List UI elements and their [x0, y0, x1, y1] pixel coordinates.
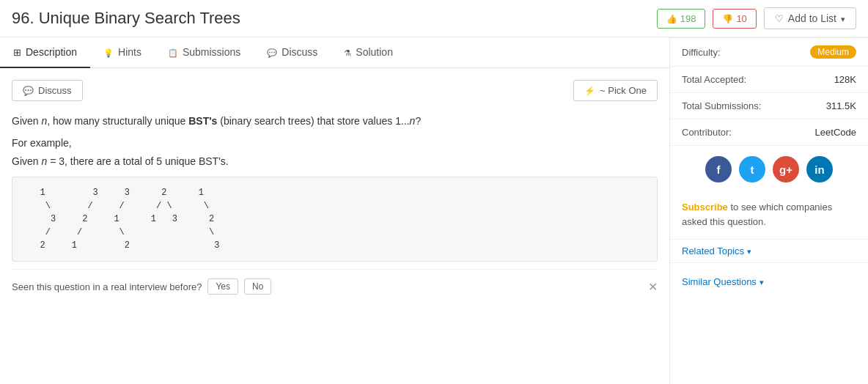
- content-area: Discuss ~ Pick One Given n, how many str…: [0, 68, 669, 384]
- chat-icon: [23, 85, 34, 96]
- upvote-count: 198: [680, 13, 696, 24]
- subscribe-link[interactable]: Subscribe: [682, 202, 728, 213]
- contributor-label: Contributor:: [682, 127, 732, 138]
- tab-bar: Description Hints Submissions Discuss So…: [0, 37, 669, 68]
- contributor-row: Contributor: LeetCode: [670, 119, 868, 146]
- toolbar-row: Discuss ~ Pick One: [12, 80, 658, 101]
- total-accepted-label: Total Accepted:: [682, 74, 746, 85]
- total-submissions-value: 311.5K: [826, 100, 856, 111]
- thumbup-icon: [666, 13, 677, 24]
- tab-submissions-label: Submissions: [183, 46, 240, 58]
- pick-one-button[interactable]: ~ Pick One: [573, 80, 658, 101]
- upvote-button[interactable]: 198: [657, 9, 706, 29]
- tab-discuss[interactable]: Discuss: [254, 37, 331, 68]
- add-to-list-button[interactable]: Add to List: [764, 7, 856, 29]
- related-topics-label: Related Topics: [682, 245, 744, 256]
- pick-icon: [584, 85, 595, 96]
- header: 96. Unique Binary Search Trees 198 10 Ad…: [0, 0, 868, 37]
- similar-questions-label: Similar Questions: [682, 276, 757, 287]
- interview-row: Seen this question in a real interview b…: [12, 269, 658, 300]
- total-submissions-row: Total Submissions: 311.5K: [670, 93, 868, 119]
- example-desc: Given n = 3, there are a total of 5 uniq…: [12, 153, 658, 169]
- no-button[interactable]: No: [244, 278, 271, 295]
- close-icon[interactable]: [648, 280, 658, 294]
- related-topics-link[interactable]: Related Topics: [682, 245, 856, 256]
- similar-questions-section: Similar Questions: [670, 270, 868, 293]
- related-topics-section: Related Topics: [670, 240, 868, 263]
- tab-hints[interactable]: Hints: [90, 37, 155, 68]
- hint-icon: [103, 46, 114, 58]
- discuss-tab-icon: [267, 46, 277, 58]
- downvote-count: 10: [736, 13, 746, 24]
- tab-description[interactable]: Description: [0, 37, 90, 68]
- contributor-value: LeetCode: [815, 127, 856, 138]
- solution-icon: [344, 46, 351, 58]
- total-accepted-row: Total Accepted: 128K: [670, 67, 868, 93]
- total-submissions-label: Total Submissions:: [682, 100, 761, 111]
- page-title: 96. Unique Binary Search Trees: [12, 9, 240, 28]
- example-intro: For example,: [12, 135, 658, 151]
- pick-one-label: ~ Pick One: [600, 85, 647, 96]
- tab-solution[interactable]: Solution: [331, 37, 406, 68]
- total-accepted-value: 128K: [834, 74, 856, 85]
- right-panel: Difficulty: Medium Total Accepted: 128K …: [670, 37, 868, 384]
- page-wrapper: 96. Unique Binary Search Trees 198 10 Ad…: [0, 0, 868, 384]
- thumbdown-icon: [722, 13, 733, 24]
- heart-icon: [775, 12, 784, 24]
- difficulty-label: Difficulty:: [682, 47, 721, 58]
- left-panel: Description Hints Submissions Discuss So…: [0, 37, 670, 384]
- code-block: 1 3 3 2 1 \ / / / \ \ 3 2 1 1 3 2 / / \ …: [12, 177, 658, 262]
- chevron-down-icon: [841, 12, 845, 24]
- discuss-label: Discuss: [38, 85, 72, 96]
- main-layout: Description Hints Submissions Discuss So…: [0, 37, 868, 384]
- facebook-icon[interactable]: f: [705, 156, 732, 182]
- similar-questions-link[interactable]: Similar Questions: [682, 276, 856, 287]
- discuss-button[interactable]: Discuss: [12, 80, 83, 101]
- problem-description: Given n, how many structurally unique BS…: [12, 113, 658, 169]
- related-topics-chevron: [747, 245, 751, 256]
- table-icon: [13, 46, 21, 58]
- linkedin-icon[interactable]: in: [806, 156, 833, 182]
- similar-questions-chevron: [760, 276, 764, 287]
- header-actions: 198 10 Add to List: [657, 7, 856, 29]
- difficulty-badge: Medium: [810, 45, 856, 59]
- yes-button[interactable]: Yes: [207, 278, 238, 295]
- subscribe-section: Subscribe to see which companies asked t…: [670, 193, 868, 240]
- tab-hints-label: Hints: [118, 46, 141, 58]
- difficulty-row: Difficulty: Medium: [670, 37, 868, 67]
- problem-line1: Given n, how many structurally unique BS…: [12, 113, 658, 129]
- tab-description-label: Description: [26, 46, 77, 58]
- add-to-list-label: Add to List: [788, 12, 836, 24]
- social-row: f t g+ in: [670, 146, 868, 193]
- downvote-button[interactable]: 10: [713, 9, 756, 29]
- google-plus-icon[interactable]: g+: [773, 156, 799, 182]
- tab-discuss-label: Discuss: [282, 46, 317, 58]
- submissions-icon: [168, 46, 178, 58]
- twitter-icon[interactable]: t: [739, 156, 765, 182]
- tab-solution-label: Solution: [356, 46, 393, 58]
- tab-submissions[interactable]: Submissions: [155, 37, 254, 68]
- interview-question: Seen this question in a real interview b…: [12, 281, 202, 292]
